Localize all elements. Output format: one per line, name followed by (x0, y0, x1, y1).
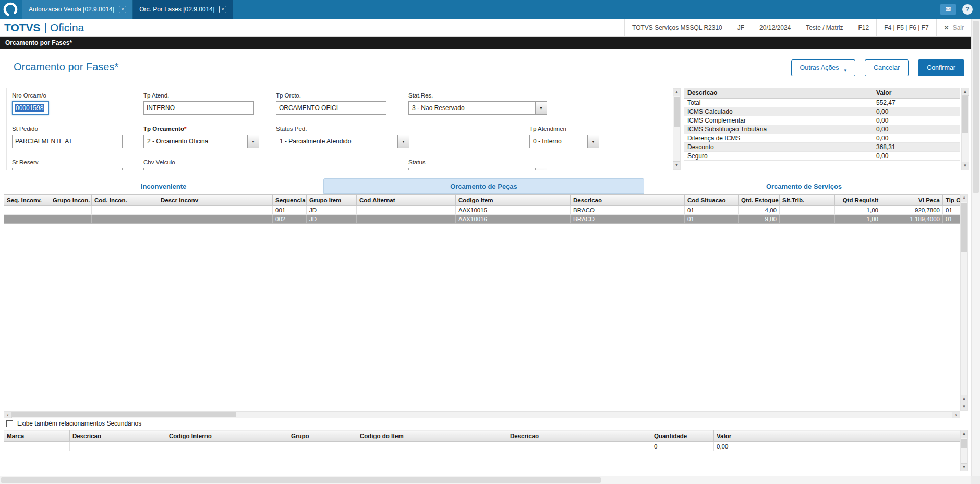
scroll-down-icon[interactable]: ▼ (961, 463, 967, 471)
page-vertical-scrollbar[interactable] (971, 19, 980, 476)
scrollbar-thumb[interactable] (961, 439, 967, 448)
updown-icon[interactable]: ⇕ (961, 195, 967, 202)
window-tab-orc-por-fases[interactable]: Orc. Por Fases [02.9.0014] × (133, 0, 233, 19)
scrollbar-track[interactable] (673, 128, 680, 161)
chevron-down-icon[interactable]: ▼ (247, 135, 259, 148)
page-title: Orcamento por Fases* (14, 61, 118, 73)
field-stat-res: Stat.Res. 3 - Nao Reservado ▼ (408, 92, 547, 115)
chv-veiculo-input[interactable] (143, 168, 352, 170)
st-reserv-input[interactable] (12, 168, 123, 170)
tp-orcto-input[interactable] (276, 101, 386, 115)
secondary-grid-row[interactable]: 0 0,00 (4, 442, 961, 451)
exibe-secundarios-checkbox[interactable] (6, 420, 13, 427)
col-codigo-item: Codigo Item (456, 195, 571, 206)
desconto-value: 368,31 (873, 142, 960, 151)
st-pedido-input[interactable] (12, 135, 123, 148)
topbar: Autorizacao Venda [02.9.0014] × Orc. Por… (0, 0, 980, 19)
header-user: JF (730, 19, 752, 36)
col-grupo-item: Grupo Item (307, 195, 357, 206)
scroll-up-icon[interactable]: ▲ (962, 88, 969, 96)
scrollbar-thumb[interactable] (674, 97, 680, 127)
scroll-up-icon[interactable]: ▲ (961, 395, 967, 403)
col-grupo: Grupo (288, 430, 357, 442)
page-horizontal-scrollbar[interactable] (0, 476, 971, 484)
confirmar-button[interactable]: Confirmar (918, 59, 964, 76)
tab-orcamento-de-pecas[interactable]: Orcamento de Peças (323, 178, 644, 194)
scrollbar-track[interactable] (961, 449, 967, 463)
scrollbar-track[interactable] (961, 253, 967, 395)
scrollbar-thumb[interactable] (1, 477, 601, 483)
scroll-down-icon[interactable]: ▼ (962, 162, 969, 170)
chevron-down-icon[interactable]: ▼ (397, 135, 409, 148)
totals-header-row: Descricao Valor (684, 88, 960, 98)
scroll-up-icon[interactable]: ▲ (961, 430, 967, 438)
outras-acoes-button[interactable]: Outras Ações ▾ (791, 59, 856, 76)
icms-substituicao-value: 0,00 (873, 125, 960, 134)
scrollbar-thumb[interactable] (12, 412, 236, 417)
items-grid-hscrollbar[interactable]: ‹ › (4, 411, 960, 418)
col-valor: Valor (714, 430, 961, 442)
tp-atendimen-select[interactable]: 0 - Interno ▼ (529, 135, 599, 148)
status-select[interactable]: ▼ (408, 168, 547, 170)
close-icon[interactable]: × (219, 6, 226, 13)
totals-row: Seguro0,00 (684, 151, 960, 160)
stat-res-select[interactable]: 3 - Nao Reservado ▼ (408, 101, 547, 115)
select-value: 3 - Nao Reservado (409, 102, 535, 114)
status-ped-select[interactable]: 1 - Parcialmente Atendido ▼ (276, 135, 409, 148)
brand-module: | Oficina (44, 21, 84, 33)
select-value (409, 168, 535, 170)
scroll-down-icon[interactable]: ▼ (673, 161, 680, 169)
col-tip-op: Tip Op (943, 195, 961, 206)
scroll-down-icon[interactable]: ▼ (961, 403, 967, 410)
secondary-grid-scrollbar[interactable]: ▲ ▼ (960, 430, 968, 471)
nro-orcam-input[interactable]: 00001598 (12, 101, 49, 115)
field-tp-orcamento: Tp Orcamento* 2 - Orcamento Oficina ▼ (143, 126, 259, 148)
totals-scrollbar[interactable]: ▲ ▼ (961, 88, 969, 170)
icms-complementar-label: ICMS Complementar (684, 116, 873, 125)
header-company[interactable]: Teste / Matriz (798, 19, 850, 36)
scrollbar-track[interactable] (236, 412, 952, 418)
chevron-down-icon[interactable]: ▼ (535, 102, 547, 114)
header-menu: TOTVS Serviços MSSQL R2310 JF 20/12/2024… (624, 19, 971, 36)
close-icon: ✕ (944, 24, 949, 31)
scroll-left-icon[interactable]: ‹ (4, 412, 12, 418)
header-f12-button[interactable]: F12 (851, 19, 877, 36)
cancelar-button[interactable]: Cancelar (865, 59, 909, 76)
totvs-logo-icon[interactable] (3, 2, 18, 17)
header-fkeys-button[interactable]: F4 | F5 | F6 | F7 (876, 19, 936, 36)
col-codigo-do-item: Codigo do Item (357, 430, 507, 442)
field-st-reserv: St Reserv. (12, 159, 123, 170)
col-vl-peca: Vl Peca (881, 195, 943, 206)
form-scrollbar[interactable]: ▲ ▼ (673, 88, 681, 170)
scrollbar-thumb[interactable] (961, 203, 967, 252)
scrollbar-thumb[interactable] (962, 96, 968, 133)
chevron-down-icon[interactable]: ▼ (535, 168, 547, 170)
scrollbar-thumb[interactable] (973, 21, 979, 193)
totals-row: Total552,47 (684, 98, 960, 107)
grid-row-1[interactable]: 001 JD AAX10015 BRACO 01 4,00 1,00 920,7… (4, 206, 961, 215)
tp-atend-input[interactable] (143, 101, 254, 115)
mail-icon[interactable]: ✉ (940, 4, 956, 15)
close-icon[interactable]: × (119, 6, 126, 13)
scroll-up-icon[interactable]: ▲ (673, 89, 680, 96)
tab-orcamento-de-servicos[interactable]: Orcamento de Serviços (644, 178, 964, 194)
col-qtd-requisit: Qtd Requisit (835, 195, 881, 206)
col-cod-alternat: Cod Alternat (357, 195, 456, 206)
totals-row: Desconto368,31 (684, 142, 960, 151)
scrollbar-track[interactable] (962, 134, 969, 162)
col-quantidade: Quantidade (651, 430, 714, 442)
window-tab-autorizacao-venda[interactable]: Autorizacao Venda [02.9.0014] × (22, 0, 133, 19)
tab-inconveniente[interactable]: Inconveniente (4, 178, 323, 194)
sair-button[interactable]: ✕ Sair (936, 19, 971, 36)
col-qtd-estoque: Qtd. Estoque (739, 195, 780, 206)
field-label: St Reserv. (12, 159, 123, 165)
select-value: 1 - Parcialmente Atendido (276, 135, 397, 148)
scroll-right-icon[interactable]: › (952, 412, 960, 418)
col-descricao: Descricao (571, 195, 685, 206)
tp-orcamento-select[interactable]: 2 - Orcamento Oficina ▼ (143, 135, 259, 148)
chevron-down-icon[interactable]: ▼ (587, 135, 599, 148)
totals-row: ICMS Substituição Tributária0,00 (684, 125, 960, 134)
items-grid-scrollbar[interactable]: ⇕ ▲ ▼ (960, 194, 968, 411)
help-icon[interactable]: ? (962, 4, 973, 15)
grid-row-2-selected[interactable]: 002 JD AAX10016 BRACO 01 9,00 1,00 1.189… (4, 215, 961, 224)
